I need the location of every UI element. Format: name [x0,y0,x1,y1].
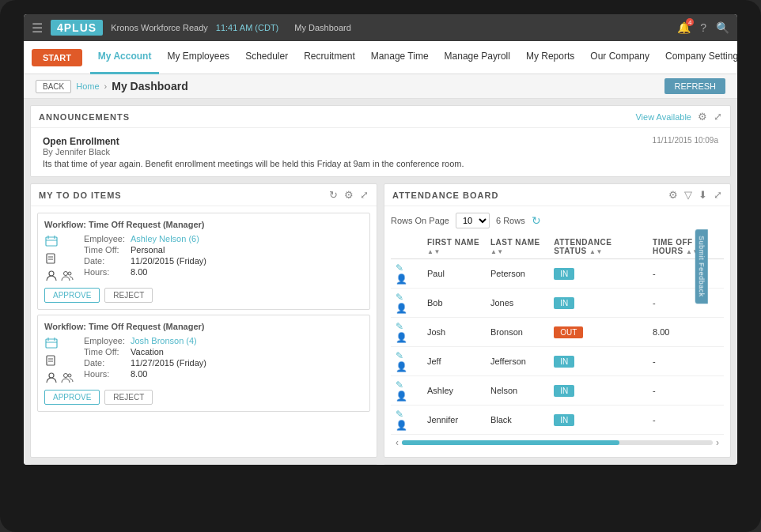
row-edit-icon-1[interactable]: ✎ [396,292,403,303]
todo-body: Workflow: Time Off Request (Manager) [31,206,377,423]
todo-details-1: Employee: Ashley Nelson (6) Time Off: Pe… [44,234,363,283]
approve-button-2[interactable]: APPROVE [44,390,100,405]
todo-date-label-1: Date: [84,256,127,266]
view-available-link[interactable]: View Available [635,112,691,122]
search-icon-top[interactable]: 🔍 [716,21,729,34]
nav-item-account[interactable]: My Account [90,41,160,74]
row-lastname-0: Peterson [486,259,549,289]
col-header-firstname[interactable]: FIRST NAME ▲▼ [422,235,486,259]
row-firstname-0: Paul [422,259,486,289]
nav-item-employees[interactable]: My Employees [159,41,237,74]
row-status-4: IN [549,376,648,406]
row-view-icon-3[interactable]: 👤 [396,361,407,372]
row-view-icon-2[interactable]: 👤 [396,332,407,343]
row-edit-icon-0[interactable]: ✎ [396,262,403,274]
feedback-tab[interactable]: Submit Feedback [695,229,708,304]
row-status-1: IN [549,289,648,318]
announcements-title: ANNOUNCEMENTS [39,112,130,122]
row-lastname-3: Jefferson [486,347,549,376]
nav-item-settings[interactable]: Company Settings [657,41,737,74]
attendance-filter-icon[interactable]: ▽ [684,189,692,201]
row-icons-4: ✎ 👤 [391,376,422,406]
start-button[interactable]: START [32,49,82,66]
attendance-body: Rows On Page 10 25 50 6 Rows ↻ [384,206,730,457]
nav-item-managetime[interactable]: Manage Time [363,41,437,74]
col-header-lastname[interactable]: LAST NAME ▲▼ [486,235,549,259]
todo-gear-icon[interactable]: ⚙ [344,189,354,201]
announcements-gear-icon[interactable]: ⚙ [698,111,707,123]
todo-employee-label-1: Employee: [84,234,127,243]
reject-button-1[interactable]: REJECT [104,288,153,303]
row-lastname-4: Nelson [486,376,549,406]
attendance-table-row: ✎ 👤 Jeff Jefferson IN - [391,347,724,376]
todo-workflow-2: Workflow: Time Off Request (Manager) [44,322,363,331]
todo-widget: MY TO DO ITEMS ↻ ⚙ ⤢ Workflow: Time Off … [30,183,377,458]
attendance-header: ATTENDANCE BOARD ⚙ ▽ ⬇ ⤢ [384,184,730,206]
todo-edit-icon-2 [44,353,59,368]
announcements-header-right: View Available ⚙ ⤢ [635,111,722,123]
refresh-button[interactable]: REFRESH [664,78,725,94]
row-edit-icon-5[interactable]: ✎ [396,409,403,420]
time-display: 11:41 AM (CDT) [216,23,278,32]
row-status-0: IN [549,259,648,289]
scroll-track[interactable] [402,440,713,445]
attendance-refresh-icon[interactable]: ↻ [532,214,541,227]
todo-refresh-icon[interactable]: ↻ [329,189,338,201]
row-firstname-5: Jennifer [422,406,486,435]
col-header-status[interactable]: ATTENDANCE STATUS ▲▼ [549,235,648,259]
scroll-left-btn[interactable]: ‹ [396,437,399,448]
todo-fields-2: Employee: Josh Bronson (4) Time Off: Vac… [84,336,363,380]
notification-icon[interactable]: 🔔 4 [677,21,691,34]
row-view-icon-1[interactable]: 👤 [396,303,407,314]
row-view-icon-4[interactable]: 👤 [396,391,407,402]
todo-group-icon-2 [60,371,74,385]
attendance-title: ATTENDANCE BOARD [392,191,498,200]
row-view-icon-5[interactable]: 👤 [396,420,407,431]
attendance-download-icon[interactable]: ⬇ [699,189,707,201]
top-bar: ☰ 4PLUS Kronos Workforce Ready 11:41 AM … [24,14,737,41]
row-hours-2: 8.00 [648,318,724,347]
bottom-widgets-row: EMPLOYEES ⚙ ⤢ GRAPH: TIME OFF BY APPROVA… [30,464,731,465]
todo-employee-link-2[interactable]: Josh Bronson (4) [131,336,197,345]
rows-select[interactable]: 10 25 50 [456,213,490,228]
nav-item-scheduler[interactable]: Scheduler [237,41,296,74]
approve-button-1[interactable]: APPROVE [44,288,100,303]
row-edit-icon-2[interactable]: ✎ [396,321,403,332]
svg-rect-4 [47,254,55,263]
attendance-gear-icon[interactable]: ⚙ [668,189,678,201]
hamburger-icon[interactable]: ☰ [32,21,43,36]
announcements-expand-icon[interactable]: ⤢ [714,111,722,123]
back-button[interactable]: BACK [36,80,71,93]
todo-field-date-2: Date: 11/27/2015 (Friday) [84,358,363,368]
nav-item-recruitment[interactable]: Recruitment [296,41,363,74]
todo-expand-icon[interactable]: ⤢ [360,189,369,201]
todo-details-2: Employee: Josh Bronson (4) Time Off: Vac… [44,336,363,385]
row-edit-icon-4[interactable]: ✎ [396,379,403,391]
nav-item-company[interactable]: Our Company [582,41,657,74]
nav-item-managepayroll[interactable]: Manage Payroll [437,41,518,74]
row-edit-icon-3[interactable]: ✎ [396,350,403,361]
scroll-right-btn[interactable]: › [716,437,719,448]
row-view-icon-0[interactable]: 👤 [396,274,407,285]
attendance-expand-icon[interactable]: ⤢ [714,189,722,201]
reject-button-2[interactable]: REJECT [104,390,153,405]
todo-title: MY TO DO ITEMS [39,191,122,200]
breadcrumb-home[interactable]: Home [76,81,99,91]
breadcrumb: BACK Home › My Dashboard REFRESH [24,74,737,99]
nav-item-reports[interactable]: My Reports [518,41,582,74]
attendance-table-wrap: FIRST NAME ▲▼ LAST NAME ▲▼ ATTENDANCE ST… [391,235,724,435]
todo-icons-2 [44,336,74,385]
svg-rect-0 [46,237,57,246]
announcement-body: Open Enrollment By Jennifer Black Its th… [31,128,730,176]
todo-employee-label-2: Employee: [84,336,127,345]
breadcrumb-current: My Dashboard [112,80,187,92]
row-hours-3: - [648,347,724,376]
logo: 4PLUS [51,20,103,36]
attendance-table-row: ✎ 👤 Ashley Nelson IN - [391,376,724,406]
row-icons-1: ✎ 👤 [391,289,422,318]
col-header-hours[interactable]: TIME OFF HOURS ▲▼ [648,235,724,259]
todo-employee-link-1[interactable]: Ashley Nelson (6) [131,234,199,243]
help-icon[interactable]: ? [700,21,706,34]
svg-point-19 [68,374,71,377]
row-status-2: OUT [549,318,648,347]
